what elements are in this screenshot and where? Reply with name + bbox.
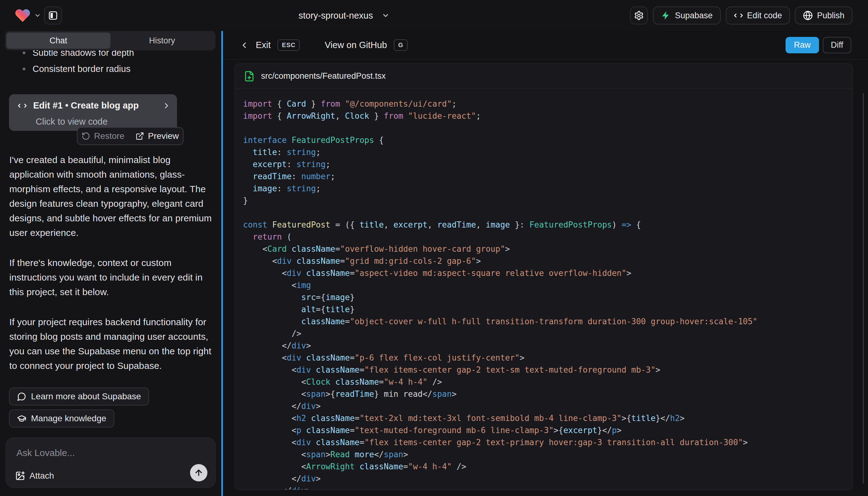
restore-button[interactable]: Restore (81, 131, 124, 141)
manage-knowledge-button[interactable]: Manage knowledge (9, 409, 114, 428)
code-line: </div> (243, 340, 852, 352)
code-line: excerpt: string; (243, 158, 852, 170)
exit-button[interactable]: Exit (256, 40, 270, 50)
chevron-right-icon (162, 102, 171, 110)
code-brackets-icon (734, 11, 743, 20)
code-line: const FeaturedPost = ({ title, excerpt, … (243, 219, 852, 231)
code-line: /> (243, 328, 852, 340)
chat-paragraph: If there's knowledge, context or custom … (9, 255, 214, 299)
send-button[interactable] (190, 464, 207, 481)
chat-paragraph: I've created a beautiful, minimalist blo… (9, 153, 214, 240)
publish-button[interactable]: Publish (795, 6, 852, 25)
code-line: interface FeaturedPostProps { (243, 134, 852, 146)
code-line: <Clock className="w-4 h-4" /> (243, 376, 852, 388)
image-plus-icon (15, 471, 25, 481)
file-header[interactable]: src/components/FeaturedPost.tsx (235, 64, 852, 89)
arrow-up-icon (194, 468, 203, 477)
edit-card-title: Edit #1 • Create blog app (33, 100, 156, 111)
code-line: alt={title} (243, 304, 852, 315)
learn-more-supabase-button[interactable]: Learn more about Supabase (9, 388, 149, 405)
project-selector[interactable]: story-sprout-nexus (298, 0, 390, 31)
supabase-button[interactable]: Supabase (653, 6, 721, 25)
code-line: <div className="flex items-center gap-2 … (243, 436, 852, 449)
file-plus-icon (244, 71, 255, 82)
code-view-panel: Exit ESC View on GitHub G Raw Diff src/c… (221, 31, 868, 496)
project-chevron-down-icon (382, 12, 390, 19)
graduation-cap-icon (17, 414, 26, 423)
code-file-card: src/components/FeaturedPost.tsx import {… (235, 64, 853, 490)
workspace-chevron-down-icon[interactable] (34, 12, 41, 19)
attach-button[interactable]: Attach (15, 471, 54, 481)
version-hover-toolbar: Restore Preview (77, 127, 184, 145)
view-on-github-link[interactable]: View on GitHub (325, 40, 387, 50)
project-title: story-sprout-nexus (298, 11, 373, 21)
chat-paragraphs: I've created a beautiful, minimalist blo… (9, 153, 214, 388)
tab-chat[interactable]: Chat (6, 33, 110, 49)
code-line: <span>{readTime} min read</span> (243, 388, 852, 400)
code-line (243, 122, 852, 134)
supabase-bolt-icon (661, 11, 671, 20)
lovable-logo-heart-icon[interactable] (14, 7, 31, 24)
code-line: <p className="text-muted-foreground mb-6… (243, 424, 852, 436)
gear-icon (634, 11, 644, 20)
g-shortcut-badge: G (394, 40, 408, 51)
chat-composer: Ask Lovable... Attach (5, 437, 216, 488)
code-line: image: string; (243, 183, 852, 195)
sidebar-tabs: Chat History (5, 31, 215, 50)
chat-paragraph: If your project requires backend functio… (9, 315, 214, 373)
edit-card-subtitle: Click to view code (36, 117, 108, 127)
code-line: <div className="p-6 flex flex-col justif… (243, 352, 852, 364)
code-line: <h2 className="text-2xl md:text-3xl font… (243, 412, 852, 424)
code-view-header: Exit ESC View on GitHub G Raw Diff (223, 31, 868, 60)
external-link-icon (136, 132, 144, 140)
code-line: title: string; (243, 146, 852, 158)
code-line: <div className="grid md:grid-cols-2 gap-… (243, 255, 852, 267)
chat-sidebar: Chat History Subtle shadows for depthCon… (0, 31, 221, 496)
code-line: return ( (243, 231, 852, 243)
sidebar-toggle-button[interactable] (44, 6, 62, 25)
diff-toggle-button[interactable]: Diff (823, 37, 851, 53)
code-line: <Card className="overflow-hidden hover-c… (243, 243, 852, 255)
code-line: <span>Read more</span> (243, 449, 852, 461)
code-line: import { ArrowRight, Clock } from "lucid… (243, 110, 852, 122)
edit-code-button[interactable]: Edit code (726, 6, 790, 25)
code-line: import { Card } from "@/components/ui/ca… (243, 98, 852, 110)
code-line: className="object-cover w-full h-full tr… (243, 315, 852, 328)
code-line: } (243, 195, 852, 207)
file-path: src/components/FeaturedPost.tsx (261, 71, 386, 81)
edit-version-card[interactable]: Edit #1 • Create blog app Click to view … (9, 94, 177, 131)
message-bubble-icon (17, 392, 26, 401)
code-line: </div> (243, 400, 852, 412)
settings-button[interactable] (630, 6, 648, 25)
code-line: </div> (243, 485, 852, 490)
code-brackets-icon (18, 101, 27, 110)
topbar: story-sprout-nexus Supabase Edit code Pu… (0, 0, 868, 31)
list-item: Consistent border radius (0, 61, 211, 77)
tab-history[interactable]: History (110, 33, 214, 49)
code-line: </div> (243, 473, 852, 485)
preview-button[interactable]: Preview (136, 131, 179, 141)
raw-toggle-button[interactable]: Raw (786, 37, 819, 53)
code-block[interactable]: import { Card } from "@/components/ui/ca… (235, 89, 852, 490)
back-chevron-icon[interactable] (239, 41, 249, 50)
panel-left-icon (48, 11, 58, 20)
code-line: <div className="aspect-video md:aspect-s… (243, 267, 852, 279)
code-line: <img (243, 279, 852, 291)
code-line: <div className="flex items-center gap-2 … (243, 364, 852, 376)
code-line: <ArrowRight className="w-4 h-4" /> (243, 461, 852, 473)
code-line: readTime: number; (243, 170, 852, 183)
globe-icon (803, 11, 813, 20)
composer-input[interactable]: Ask Lovable... (16, 448, 75, 458)
code-line (243, 207, 852, 219)
esc-shortcut-badge: ESC (277, 40, 300, 51)
scrollbar[interactable] (863, 93, 864, 484)
code-line: src={image} (243, 291, 852, 304)
restore-icon (81, 132, 90, 140)
